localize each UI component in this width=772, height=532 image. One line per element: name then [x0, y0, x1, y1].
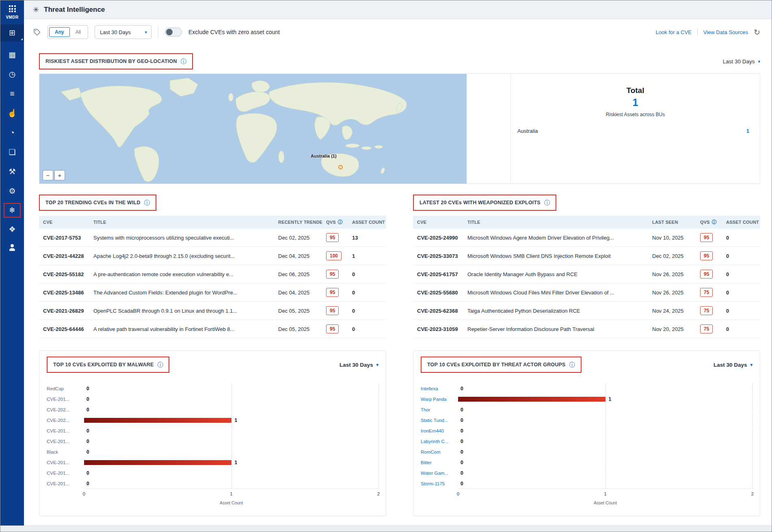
weaponized-exploits-table: CVE TITLE LAST SEEN QVSⓘ ASSET COUNT CVE… — [413, 216, 760, 338]
chart-category-label[interactable]: Static Tund... — [421, 415, 458, 426]
qvs-score-badge: 95 — [700, 270, 713, 279]
cve-link[interactable]: CVE-2023-31059 — [413, 320, 463, 338]
bar-value-label: 0 — [461, 436, 463, 447]
bar-value-label: 0 — [461, 404, 463, 415]
info-icon[interactable]: ⓘ — [181, 58, 186, 64]
all-button[interactable]: All — [70, 27, 86, 37]
cell-title: Microsoft Windows Cloud Files Mini Filte… — [463, 283, 648, 302]
info-icon[interactable]: ⓘ — [712, 219, 717, 225]
info-icon[interactable]: ⓘ — [157, 362, 163, 368]
total-label: Total — [511, 86, 760, 95]
col-qvs: QVSⓘ — [696, 216, 722, 229]
app-switcher-icon[interactable] — [9, 5, 16, 12]
cell-date: Nov 26, 2025 — [648, 283, 696, 302]
bar-row: 1 — [84, 457, 378, 468]
cell-title: OpenPLC ScadaBR through 0.9.1 on Linux a… — [89, 302, 274, 320]
cve-link[interactable]: CVE-2025-55680 — [413, 283, 463, 302]
refresh-icon[interactable]: ↻ — [754, 28, 760, 37]
page-header: ✳ Threat Intelligence — [24, 0, 772, 19]
chart-category-label[interactable]: Storm-1175 — [421, 478, 458, 489]
date-range-select[interactable]: Last 30 Days ▾ — [95, 25, 151, 39]
chart-category-label: CVE-202... — [47, 415, 84, 426]
dashboard-content: RISKIEST ASSET DISTRIBUTION BY GEO-LOCAT… — [24, 45, 772, 532]
info-icon[interactable]: ⓘ — [144, 200, 150, 205]
bar-row: 0 — [458, 415, 753, 426]
scans-icon[interactable]: ≡ — [7, 89, 17, 99]
qvs-score-badge: 100 — [326, 251, 342, 260]
chart-category-label[interactable]: Warp Panda — [421, 394, 458, 404]
cve-link[interactable]: CVE-2025-61757 — [413, 265, 463, 283]
info-icon[interactable]: ⓘ — [338, 219, 343, 225]
cell-assets: 0 — [722, 302, 760, 320]
chart-category-label[interactable]: Thor — [421, 404, 458, 415]
bar-value-label: 0 — [461, 383, 463, 394]
panel-title: TOP 20 TRENDING CVEs IN THE WILD — [45, 200, 141, 205]
chart-category-label[interactable]: Water Gam... — [421, 468, 458, 478]
cell-qvs: 95 — [322, 265, 348, 283]
sidebar-nav: ▦ ◷ ≡ ☝ ◔ ❏ ⚒ ⚙ ❄ ❖ — [4, 50, 21, 251]
chart-category-label: CVE-201... — [47, 478, 84, 489]
cve-link[interactable]: CVE-2025-13486 — [39, 283, 89, 302]
user-icon[interactable] — [9, 244, 16, 251]
x-axis: 012 — [84, 491, 378, 499]
trending-cves-panel: TOP 20 TRENDING CVEs IN THE WILD ⓘ CVE T… — [39, 195, 386, 338]
tag-icon[interactable] — [33, 28, 41, 36]
look-for-cve-link[interactable]: Look for a CVE — [656, 29, 692, 35]
chevron-down-icon: ▾ — [750, 362, 753, 368]
y-axis-labels: IntellexaWarp PandaThorStatic Tund...Iro… — [421, 383, 458, 505]
cell-title: A relative path traversal vulnerability … — [89, 320, 274, 338]
chart-category-label[interactable]: RomCom — [421, 447, 458, 457]
zoom-out-button[interactable]: − — [43, 170, 53, 180]
cell-qvs: 95 — [322, 320, 348, 338]
cve-link[interactable]: CVE-2021-26829 — [39, 302, 89, 320]
country-row[interactable]: Australia 1 — [511, 126, 760, 136]
cve-link[interactable]: CVE-2021-44228 — [39, 247, 89, 265]
module-picker-button[interactable]: ⊞ — [0, 24, 24, 41]
threat-intelligence-icon[interactable]: ❄ — [9, 206, 15, 214]
main-area: ✳ Threat Intelligence Any All Last 30 Da… — [24, 0, 772, 532]
info-icon[interactable]: ⓘ — [544, 200, 550, 205]
any-button[interactable]: Any — [49, 27, 70, 37]
bar-value-label: 0 — [461, 457, 463, 468]
dashboard-icon[interactable]: ▦ — [7, 50, 17, 60]
cell-title: Oracle Identity Manager Auth Bypass and … — [463, 265, 648, 283]
cell-title: Repetier-Server Information Disclosure P… — [463, 320, 648, 338]
certification-icon[interactable]: ❖ — [7, 224, 17, 235]
country-name: Australia — [517, 128, 538, 134]
chart-category-label[interactable]: Bitter — [421, 457, 458, 468]
cve-link[interactable]: CVE-2025-24990 — [413, 229, 463, 247]
cve-link[interactable]: CVE-2017-5753 — [39, 229, 89, 247]
cve-link[interactable]: CVE-2025-55182 — [39, 265, 89, 283]
chart-category-label[interactable]: Intellexa — [421, 383, 458, 394]
module-picker-icon: ⊞ — [7, 28, 17, 38]
reports-icon[interactable]: ❏ — [7, 147, 17, 158]
gauge-icon[interactable]: ◔ — [7, 128, 17, 138]
settings-icon[interactable]: ⚙ — [7, 186, 17, 197]
cve-link[interactable]: CVE-2025-33073 — [413, 247, 463, 265]
info-icon[interactable]: ⓘ — [569, 362, 575, 368]
cve-link[interactable]: CVE-2025-64446 — [39, 320, 89, 338]
history-icon[interactable]: ◷ — [7, 69, 17, 80]
actors-date-range-dropdown[interactable]: Last 30 Days ▾ — [714, 362, 753, 368]
col-cve: CVE — [413, 216, 463, 229]
chart-category-label[interactable]: IronErn440 — [421, 426, 458, 436]
view-data-sources-link[interactable]: View Data Sources — [703, 29, 748, 35]
bar-row: 0 — [458, 447, 753, 457]
bar-value-label: 0 — [461, 426, 463, 436]
x-axis-tick: 1 — [604, 491, 606, 496]
zero-asset-count-toggle[interactable] — [165, 28, 182, 37]
horizontal-scrollbar[interactable] — [0, 526, 772, 532]
prioritization-icon[interactable]: ☝ — [7, 108, 17, 119]
chart-category-label[interactable]: Labyrinth C... — [421, 436, 458, 447]
col-qvs-label: QVS — [700, 220, 710, 225]
geo-date-range-dropdown[interactable]: Last 30 Days ▾ — [723, 58, 760, 65]
zoom-in-button[interactable]: + — [54, 170, 65, 180]
table-row: CVE-2025-61757Oracle Identity Manager Au… — [413, 265, 760, 283]
remediation-tools-icon[interactable]: ⚒ — [7, 167, 17, 177]
cell-assets: 0 — [348, 320, 386, 338]
malware-date-range-dropdown[interactable]: Last 30 Days ▾ — [340, 362, 378, 368]
tables-row: TOP 20 TRENDING CVEs IN THE WILD ⓘ CVE T… — [39, 195, 760, 338]
cve-link[interactable]: CVE-2025-62368 — [413, 302, 463, 320]
qvs-score-badge: 75 — [700, 324, 713, 333]
panel-title: TOP 10 CVEs EXPLOITED BY MALWARE — [53, 362, 154, 368]
